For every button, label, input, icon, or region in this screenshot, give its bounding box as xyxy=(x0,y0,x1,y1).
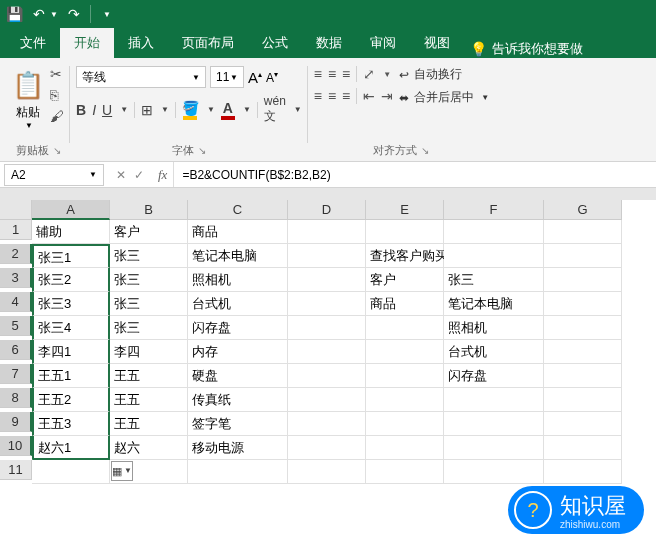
formula-input[interactable]: =B2&COUNTIF(B$2:B2,B2) xyxy=(173,162,656,187)
cell-G10[interactable] xyxy=(544,436,622,460)
clipboard-launcher[interactable]: ↘ xyxy=(53,145,61,156)
cell-C7[interactable]: 硬盘 xyxy=(188,364,288,388)
cell-C1[interactable]: 商品 xyxy=(188,220,288,244)
fill-color-button[interactable]: 🪣 xyxy=(182,100,199,120)
underline-button[interactable]: U xyxy=(102,102,112,118)
cancel-formula-button[interactable]: ✕ xyxy=(116,168,126,182)
merge-center-button[interactable]: ⬌合并后居中▼ xyxy=(399,89,489,106)
cell-B11[interactable]: ▦▼ xyxy=(110,460,188,484)
tab-file[interactable]: 文件 xyxy=(6,28,60,58)
redo-button[interactable]: ↷ xyxy=(68,6,80,22)
cell-A3[interactable]: 张三2 xyxy=(32,268,110,292)
alignment-launcher[interactable]: ↘ xyxy=(421,145,429,156)
cell-A8[interactable]: 王五2 xyxy=(32,388,110,412)
qat-customize[interactable]: ▼ xyxy=(101,10,111,19)
cell-F3[interactable]: 张三 xyxy=(444,268,544,292)
cell-E8[interactable] xyxy=(366,388,444,412)
cell-C11[interactable] xyxy=(188,460,288,484)
cell-E5[interactable] xyxy=(366,316,444,340)
cell-F11[interactable] xyxy=(444,460,544,484)
row-header-4[interactable]: 4 xyxy=(0,292,32,312)
bold-button[interactable]: B xyxy=(76,102,86,118)
cell-G4[interactable] xyxy=(544,292,622,316)
col-header-F[interactable]: F xyxy=(444,200,544,220)
cell-B1[interactable]: 客户 xyxy=(110,220,188,244)
tab-review[interactable]: 审阅 xyxy=(356,28,410,58)
increase-font-button[interactable]: A▴ xyxy=(248,69,262,86)
cell-A11[interactable] xyxy=(32,460,110,484)
row-header-5[interactable]: 5 xyxy=(0,316,32,336)
cell-D8[interactable] xyxy=(288,388,366,412)
cell-G5[interactable] xyxy=(544,316,622,340)
font-name-combo[interactable]: 等线▼ xyxy=(76,66,206,88)
cell-B3[interactable]: 张三 xyxy=(110,268,188,292)
enter-formula-button[interactable]: ✓ xyxy=(134,168,144,182)
tab-insert[interactable]: 插入 xyxy=(114,28,168,58)
row-header-1[interactable]: 1 xyxy=(0,220,32,240)
row-header-10[interactable]: 10 xyxy=(0,436,32,456)
copy-button[interactable]: ⎘ xyxy=(50,87,64,103)
tab-formulas[interactable]: 公式 xyxy=(248,28,302,58)
col-header-C[interactable]: C xyxy=(188,200,288,220)
name-box[interactable]: A2▼ xyxy=(4,164,104,186)
cell-G6[interactable] xyxy=(544,340,622,364)
cell-D7[interactable] xyxy=(288,364,366,388)
cell-A5[interactable]: 张三4 xyxy=(32,316,110,340)
format-painter-button[interactable]: 🖌 xyxy=(50,108,64,124)
font-launcher[interactable]: ↘ xyxy=(198,145,206,156)
cell-A4[interactable]: 张三3 xyxy=(32,292,110,316)
cell-C6[interactable]: 内存 xyxy=(188,340,288,364)
tab-pagelayout[interactable]: 页面布局 xyxy=(168,28,248,58)
cell-B8[interactable]: 王五 xyxy=(110,388,188,412)
tab-view[interactable]: 视图 xyxy=(410,28,464,58)
col-header-A[interactable]: A xyxy=(32,200,110,220)
col-header-B[interactable]: B xyxy=(110,200,188,220)
cell-F2[interactable] xyxy=(444,244,544,268)
cell-A1[interactable]: 辅助 xyxy=(32,220,110,244)
col-header-D[interactable]: D xyxy=(288,200,366,220)
cell-G9[interactable] xyxy=(544,412,622,436)
cell-D3[interactable] xyxy=(288,268,366,292)
cell-G7[interactable] xyxy=(544,364,622,388)
align-right-button[interactable]: ≡ xyxy=(342,88,350,104)
cell-A6[interactable]: 李四1 xyxy=(32,340,110,364)
cell-E3[interactable]: 客户 xyxy=(366,268,444,292)
cell-C3[interactable]: 照相机 xyxy=(188,268,288,292)
wrap-text-button[interactable]: ↩自动换行 xyxy=(399,66,489,83)
cell-E7[interactable] xyxy=(366,364,444,388)
cell-D1[interactable] xyxy=(288,220,366,244)
cell-D2[interactable] xyxy=(288,244,366,268)
cell-F7[interactable]: 闪存盘 xyxy=(444,364,544,388)
tell-me-search[interactable]: 💡 告诉我你想要做 xyxy=(470,40,583,58)
align-center-button[interactable]: ≡ xyxy=(328,88,336,104)
font-size-combo[interactable]: 11▼ xyxy=(210,66,244,88)
cell-G11[interactable] xyxy=(544,460,622,484)
cut-button[interactable]: ✂ xyxy=(50,66,64,82)
align-bottom-button[interactable]: ≡ xyxy=(342,66,350,82)
decrease-font-button[interactable]: A▾ xyxy=(266,70,278,85)
cell-B9[interactable]: 王五 xyxy=(110,412,188,436)
select-all-corner[interactable] xyxy=(0,200,32,220)
align-left-button[interactable]: ≡ xyxy=(314,88,322,104)
font-color-button[interactable]: A xyxy=(221,100,235,120)
cell-B7[interactable]: 王五 xyxy=(110,364,188,388)
cell-D6[interactable] xyxy=(288,340,366,364)
row-header-9[interactable]: 9 xyxy=(0,412,32,432)
phonetic-button[interactable]: wén文 xyxy=(264,94,286,125)
cell-F4[interactable]: 笔记本电脑 xyxy=(444,292,544,316)
cell-E2[interactable]: 查找客户购买商品 xyxy=(366,244,444,268)
orientation-button[interactable]: ⤢ xyxy=(363,66,375,82)
undo-button[interactable]: ↶▼ xyxy=(33,6,58,22)
cell-A2[interactable]: 张三1 xyxy=(32,244,110,268)
cell-D10[interactable] xyxy=(288,436,366,460)
cell-C2[interactable]: 笔记本电脑 xyxy=(188,244,288,268)
cell-A10[interactable]: 赵六1 xyxy=(32,436,110,460)
border-button[interactable]: ⊞ xyxy=(141,102,153,118)
cell-C8[interactable]: 传真纸 xyxy=(188,388,288,412)
cell-G1[interactable] xyxy=(544,220,622,244)
align-middle-button[interactable]: ≡ xyxy=(328,66,336,82)
paste-button[interactable]: 📋 粘贴 ▼ xyxy=(12,66,44,130)
cell-C5[interactable]: 闪存盘 xyxy=(188,316,288,340)
align-top-button[interactable]: ≡ xyxy=(314,66,322,82)
italic-button[interactable]: I xyxy=(92,102,96,118)
